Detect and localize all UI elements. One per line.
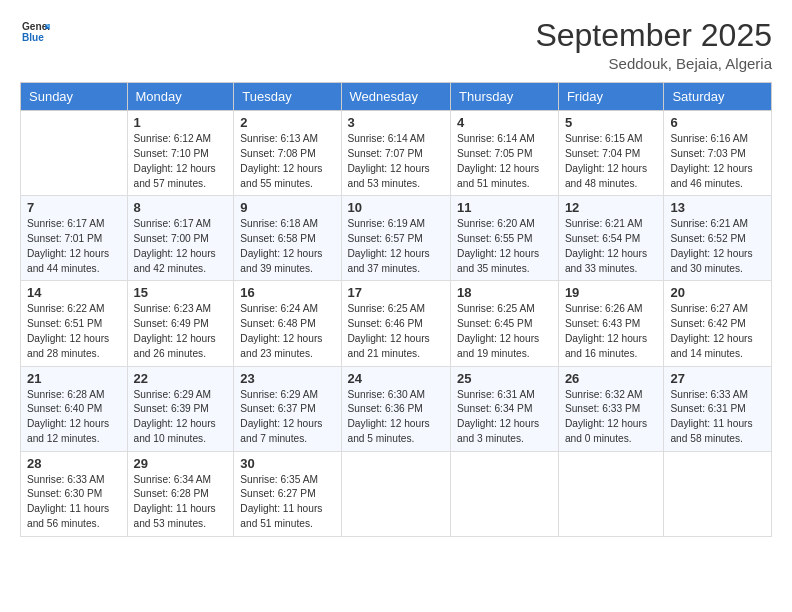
table-row: 12Sunrise: 6:21 AMSunset: 6:54 PMDayligh… [558, 196, 664, 281]
cell-info: Sunrise: 6:17 AMSunset: 7:00 PMDaylight:… [134, 217, 228, 276]
cell-info: Sunrise: 6:29 AMSunset: 6:39 PMDaylight:… [134, 388, 228, 447]
weekday-header-row: Sunday Monday Tuesday Wednesday Thursday… [21, 83, 772, 111]
svg-text:Blue: Blue [22, 32, 44, 43]
table-row: 21Sunrise: 6:28 AMSunset: 6:40 PMDayligh… [21, 366, 128, 451]
table-row: 22Sunrise: 6:29 AMSunset: 6:39 PMDayligh… [127, 366, 234, 451]
cell-day-number: 18 [457, 285, 552, 300]
cell-info: Sunrise: 6:19 AMSunset: 6:57 PMDaylight:… [348, 217, 445, 276]
table-row: 23Sunrise: 6:29 AMSunset: 6:37 PMDayligh… [234, 366, 341, 451]
title-block: September 2025 Seddouk, Bejaia, Algeria [535, 18, 772, 72]
table-row: 19Sunrise: 6:26 AMSunset: 6:43 PMDayligh… [558, 281, 664, 366]
cell-info: Sunrise: 6:13 AMSunset: 7:08 PMDaylight:… [240, 132, 334, 191]
table-row: 29Sunrise: 6:34 AMSunset: 6:28 PMDayligh… [127, 451, 234, 536]
table-row: 26Sunrise: 6:32 AMSunset: 6:33 PMDayligh… [558, 366, 664, 451]
cell-day-number: 6 [670, 115, 765, 130]
table-row: 1Sunrise: 6:12 AMSunset: 7:10 PMDaylight… [127, 111, 234, 196]
cell-day-number: 27 [670, 371, 765, 386]
cell-day-number: 9 [240, 200, 334, 215]
table-row [451, 451, 559, 536]
cell-info: Sunrise: 6:18 AMSunset: 6:58 PMDaylight:… [240, 217, 334, 276]
table-row: 3Sunrise: 6:14 AMSunset: 7:07 PMDaylight… [341, 111, 451, 196]
cell-info: Sunrise: 6:25 AMSunset: 6:46 PMDaylight:… [348, 302, 445, 361]
logo-icon: General Blue [22, 18, 50, 46]
cell-info: Sunrise: 6:12 AMSunset: 7:10 PMDaylight:… [134, 132, 228, 191]
cell-info: Sunrise: 6:32 AMSunset: 6:33 PMDaylight:… [565, 388, 658, 447]
cell-info: Sunrise: 6:35 AMSunset: 6:27 PMDaylight:… [240, 473, 334, 532]
table-row: 8Sunrise: 6:17 AMSunset: 7:00 PMDaylight… [127, 196, 234, 281]
table-row: 13Sunrise: 6:21 AMSunset: 6:52 PMDayligh… [664, 196, 772, 281]
cell-day-number: 3 [348, 115, 445, 130]
cell-info: Sunrise: 6:31 AMSunset: 6:34 PMDaylight:… [457, 388, 552, 447]
cell-info: Sunrise: 6:15 AMSunset: 7:04 PMDaylight:… [565, 132, 658, 191]
cell-day-number: 28 [27, 456, 121, 471]
cell-day-number: 22 [134, 371, 228, 386]
table-row: 20Sunrise: 6:27 AMSunset: 6:42 PMDayligh… [664, 281, 772, 366]
header-saturday: Saturday [664, 83, 772, 111]
table-row [341, 451, 451, 536]
header-tuesday: Tuesday [234, 83, 341, 111]
cell-day-number: 20 [670, 285, 765, 300]
location: Seddouk, Bejaia, Algeria [535, 55, 772, 72]
cell-day-number: 21 [27, 371, 121, 386]
cell-info: Sunrise: 6:14 AMSunset: 7:07 PMDaylight:… [348, 132, 445, 191]
table-row: 24Sunrise: 6:30 AMSunset: 6:36 PMDayligh… [341, 366, 451, 451]
cell-info: Sunrise: 6:14 AMSunset: 7:05 PMDaylight:… [457, 132, 552, 191]
table-row: 6Sunrise: 6:16 AMSunset: 7:03 PMDaylight… [664, 111, 772, 196]
table-row: 2Sunrise: 6:13 AMSunset: 7:08 PMDaylight… [234, 111, 341, 196]
header-monday: Monday [127, 83, 234, 111]
page-header: General Blue September 2025 Seddouk, Bej… [20, 18, 772, 72]
cell-day-number: 7 [27, 200, 121, 215]
header-sunday: Sunday [21, 83, 128, 111]
table-row [21, 111, 128, 196]
month-title: September 2025 [535, 18, 772, 53]
table-row: 5Sunrise: 6:15 AMSunset: 7:04 PMDaylight… [558, 111, 664, 196]
calendar-table: Sunday Monday Tuesday Wednesday Thursday… [20, 82, 772, 537]
cell-info: Sunrise: 6:34 AMSunset: 6:28 PMDaylight:… [134, 473, 228, 532]
table-row [558, 451, 664, 536]
cell-info: Sunrise: 6:24 AMSunset: 6:48 PMDaylight:… [240, 302, 334, 361]
table-row: 27Sunrise: 6:33 AMSunset: 6:31 PMDayligh… [664, 366, 772, 451]
cell-day-number: 13 [670, 200, 765, 215]
cell-day-number: 11 [457, 200, 552, 215]
cell-info: Sunrise: 6:29 AMSunset: 6:37 PMDaylight:… [240, 388, 334, 447]
table-row: 11Sunrise: 6:20 AMSunset: 6:55 PMDayligh… [451, 196, 559, 281]
cell-info: Sunrise: 6:17 AMSunset: 7:01 PMDaylight:… [27, 217, 121, 276]
table-row: 18Sunrise: 6:25 AMSunset: 6:45 PMDayligh… [451, 281, 559, 366]
cell-info: Sunrise: 6:16 AMSunset: 7:03 PMDaylight:… [670, 132, 765, 191]
table-row: 14Sunrise: 6:22 AMSunset: 6:51 PMDayligh… [21, 281, 128, 366]
table-row: 10Sunrise: 6:19 AMSunset: 6:57 PMDayligh… [341, 196, 451, 281]
table-row: 15Sunrise: 6:23 AMSunset: 6:49 PMDayligh… [127, 281, 234, 366]
header-wednesday: Wednesday [341, 83, 451, 111]
cell-day-number: 16 [240, 285, 334, 300]
table-row: 4Sunrise: 6:14 AMSunset: 7:05 PMDaylight… [451, 111, 559, 196]
header-thursday: Thursday [451, 83, 559, 111]
cell-day-number: 5 [565, 115, 658, 130]
cell-day-number: 10 [348, 200, 445, 215]
cell-info: Sunrise: 6:26 AMSunset: 6:43 PMDaylight:… [565, 302, 658, 361]
cell-day-number: 23 [240, 371, 334, 386]
cell-info: Sunrise: 6:27 AMSunset: 6:42 PMDaylight:… [670, 302, 765, 361]
cell-info: Sunrise: 6:33 AMSunset: 6:30 PMDaylight:… [27, 473, 121, 532]
cell-info: Sunrise: 6:28 AMSunset: 6:40 PMDaylight:… [27, 388, 121, 447]
table-row: 16Sunrise: 6:24 AMSunset: 6:48 PMDayligh… [234, 281, 341, 366]
logo: General Blue [20, 18, 50, 50]
cell-day-number: 25 [457, 371, 552, 386]
cell-info: Sunrise: 6:21 AMSunset: 6:52 PMDaylight:… [670, 217, 765, 276]
table-row: 25Sunrise: 6:31 AMSunset: 6:34 PMDayligh… [451, 366, 559, 451]
cell-info: Sunrise: 6:25 AMSunset: 6:45 PMDaylight:… [457, 302, 552, 361]
cell-day-number: 12 [565, 200, 658, 215]
cell-day-number: 15 [134, 285, 228, 300]
cell-day-number: 4 [457, 115, 552, 130]
table-row [664, 451, 772, 536]
cell-day-number: 26 [565, 371, 658, 386]
cell-day-number: 2 [240, 115, 334, 130]
table-row: 9Sunrise: 6:18 AMSunset: 6:58 PMDaylight… [234, 196, 341, 281]
cell-day-number: 19 [565, 285, 658, 300]
cell-day-number: 24 [348, 371, 445, 386]
table-row: 7Sunrise: 6:17 AMSunset: 7:01 PMDaylight… [21, 196, 128, 281]
table-row: 30Sunrise: 6:35 AMSunset: 6:27 PMDayligh… [234, 451, 341, 536]
cell-day-number: 8 [134, 200, 228, 215]
cell-info: Sunrise: 6:33 AMSunset: 6:31 PMDaylight:… [670, 388, 765, 447]
cell-day-number: 30 [240, 456, 334, 471]
cell-info: Sunrise: 6:22 AMSunset: 6:51 PMDaylight:… [27, 302, 121, 361]
